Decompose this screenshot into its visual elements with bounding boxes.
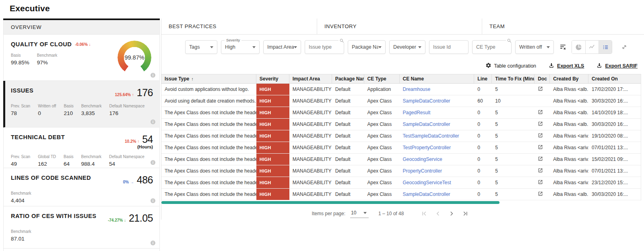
stat: Prev. Scan49 [11,154,30,167]
stat: Global TD162 [38,154,56,167]
column-header-ce-type[interactable]: CE Type [364,74,400,83]
impact-area-filter[interactable]: Impact Area [263,40,301,54]
doc-link[interactable] [535,165,550,177]
table-row[interactable]: The Apex Class does not include the head… [161,154,641,165]
time-to-fix-cell: 5 [492,165,535,177]
line-chart-view-icon[interactable] [585,41,599,53]
table-row[interactable]: The Apex Class does not include the head… [161,165,641,177]
clear-filters-icon[interactable] [557,42,568,52]
column-label: CE Name [403,76,424,82]
filter-bar: TagsSeverityHighImpact AreaIssue typePac… [161,40,630,54]
doc-link[interactable] [535,189,550,200]
stat: Default Namespace54 [109,154,144,167]
ce-type-filter[interactable]: CE Type [472,40,512,54]
line-cell: 0 [474,165,492,177]
table-row[interactable]: The Apex Class does not include the head… [161,142,641,154]
open-in-new-icon [538,179,543,186]
doc-link[interactable] [535,107,550,118]
info-icon[interactable]: i [151,198,155,203]
table-configuration-button[interactable]: Table configuration [485,62,536,70]
stat-value: 49 [11,161,30,167]
ce-name-link[interactable]: PropertyController [400,165,475,177]
export-sarif-button[interactable]: Export SARIF [596,62,638,70]
ce-name-link[interactable]: TestPropertyController [400,142,475,153]
list-view-icon[interactable] [599,41,612,53]
column-header-package-name[interactable]: Package Name [332,74,364,83]
ce-name-link[interactable]: SampleDataController [400,119,475,130]
doc-link[interactable] [535,142,550,153]
created-on-cell: 30/03/2020 16:... [588,95,641,107]
metric-card-lines-of-code-scanned[interactable]: LINES OF CODE SCANNED0% →486Benchmark4,4… [3,168,160,206]
ce-type-cell: Apex Class [364,189,400,200]
ce-name-link[interactable]: Dreamhouse [400,84,475,95]
table-row[interactable]: The Apex Class does not include the head… [161,107,641,119]
metric-card-technical-debt[interactable]: TECHNICAL DEBT10.2% ↑54(Hours)Prev. Scan… [3,128,160,168]
horizontal-scrollbar[interactable] [161,201,500,204]
package-name-cell: Default [332,95,364,107]
doc-link[interactable] [535,154,550,165]
table-row[interactable]: Avoid using default date creation method… [161,95,641,107]
expand-icon[interactable] [619,42,630,52]
severity-filter[interactable]: SeverityHigh [221,40,260,54]
info-icon[interactable]: i [151,119,155,124]
metric-card-issues[interactable]: ISSUES125.64% ↑176Prev. Scan78Written of… [3,81,160,128]
table-row[interactable]: Avoid custom applications without logo.H… [161,84,641,95]
column-header-issue-type[interactable]: Issue Type↑ [161,74,256,83]
column-header-impact-area[interactable]: Impact Area [289,74,332,83]
metric-card-quality-of-cloud[interactable]: 99.87%QUALITY OF CLOUD-0.06% ↓Basis99.85… [3,35,160,81]
stat-value: 87.01 [11,236,31,242]
info-icon[interactable]: i [151,160,155,165]
tab-best-practices[interactable]: BEST PRACTICES [161,19,317,34]
last-page-icon[interactable] [460,208,471,219]
developer-filter[interactable]: Developer [389,40,425,54]
table-row[interactable]: The Apex Class does not include the head… [161,130,641,142]
ce-name-link[interactable]: TestSampleDataController [400,130,475,142]
stat-value: 97% [37,60,58,66]
column-header-created-by[interactable]: Created By [550,74,588,83]
trend-value: -74.27% ↓ [108,218,126,222]
column-header-ce-name[interactable]: CE Name [400,74,475,83]
doc-link[interactable] [535,84,550,95]
card-title: RATIO OF CES WITH ISSUES [11,213,96,219]
stat-value: 0 [38,110,56,116]
column-header-time-to-fix-minutes-[interactable]: Time To Fix (Minutes) [492,74,535,83]
ce-name-link[interactable]: GeocodingService [400,154,475,165]
column-header-line[interactable]: Line [474,74,492,83]
previous-page-icon[interactable] [433,208,443,219]
table-row[interactable]: The Apex Class does not include the head… [161,189,641,200]
column-header-doc[interactable]: Doc [535,74,550,83]
ce-name-link[interactable]: PagedResult [400,107,475,118]
doc-link[interactable] [535,130,550,142]
stat-value: 99.85% [11,60,29,66]
doc-link[interactable] [535,119,550,130]
package-name-cell: Default [332,130,364,142]
first-page-icon[interactable] [419,208,429,219]
package-name-filter[interactable]: Package Na... [348,40,386,54]
column-label: Doc [538,76,547,82]
column-header-severity[interactable]: Severity [256,74,289,83]
chevron-down-icon [210,46,213,48]
ce-name-link[interactable]: GeocodingServiceTest [400,177,475,188]
issue-id-filter[interactable]: Issue Id [429,40,469,54]
ce-name-link[interactable]: SampleDataController [400,189,475,200]
export-xls-button[interactable]: Export XLS [548,62,584,70]
tags-filter[interactable]: Tags [185,40,217,54]
info-icon[interactable]: i [151,73,155,78]
issue-type-filter[interactable]: Issue type [305,40,344,54]
card-stats: Benchmark4,404 [11,191,153,204]
stat-value: 988.4 [81,161,101,167]
tab-inventory[interactable]: INVENTORY [317,19,482,34]
open-in-new-icon [538,109,543,116]
table-row[interactable]: The Apex Class does not include the head… [161,177,641,189]
info-icon[interactable]: i [151,241,155,245]
table-row[interactable]: The Apex Class does not include the head… [161,119,641,130]
pie-chart-view-icon[interactable] [572,41,585,53]
ce-name-link[interactable]: SampleDataController [400,95,475,107]
doc-link[interactable] [535,177,550,188]
next-page-icon[interactable] [446,208,457,219]
written-off-filter[interactable]: Written off [515,40,554,54]
metric-card-ratio-of-ces-with-issues[interactable]: RATIO OF CES WITH ISSUES-74.27% ↓21.05Be… [3,206,160,249]
column-header-created-on[interactable]: Created On [588,74,641,83]
tab-team[interactable]: TEAM [482,19,644,34]
items-per-page-select[interactable]: 10 [350,209,369,218]
